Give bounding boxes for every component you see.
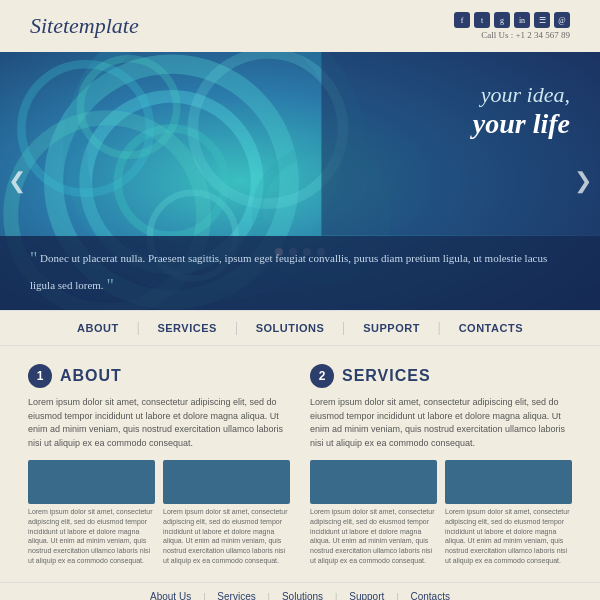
footer-nav-services[interactable]: Services bbox=[205, 591, 267, 600]
hero-section: your idea, your life " Donec ut placerat… bbox=[0, 52, 600, 310]
main-content: 1 ABOUT Lorem ipsum dolor sit amet, cons… bbox=[0, 346, 600, 582]
call-us-text: Call Us : +1 2 34 567 89 bbox=[481, 30, 570, 40]
about-thumb-img-2 bbox=[163, 460, 290, 504]
about-thumb-2: Lorem ipsum dolor sit amet, consectetur … bbox=[163, 460, 290, 566]
nav-item-solutions[interactable]: SOLUTIONS bbox=[238, 322, 343, 334]
social-icon-google[interactable]: g bbox=[494, 12, 510, 28]
footer-nav-about[interactable]: About Us bbox=[138, 591, 203, 600]
nav-item-services[interactable]: SERVICES bbox=[139, 322, 234, 334]
about-thumb-img-1 bbox=[28, 460, 155, 504]
social-icon-email[interactable]: @ bbox=[554, 12, 570, 28]
hero-line2: your life bbox=[473, 108, 570, 140]
site-header: Sitetemplate f t g in ☰ @ Call Us : +1 2… bbox=[0, 0, 600, 52]
services-thumb-text-1: Lorem ipsum dolor sit amet, consectetur … bbox=[310, 507, 437, 566]
about-body: Lorem ipsum dolor sit amet, consectetur … bbox=[28, 396, 290, 450]
about-title: ABOUT bbox=[60, 367, 122, 385]
header-right: f t g in ☰ @ Call Us : +1 2 34 567 89 bbox=[454, 12, 570, 40]
about-section: 1 ABOUT Lorem ipsum dolor sit amet, cons… bbox=[28, 364, 290, 572]
nav-item-support[interactable]: SUPPORT bbox=[345, 322, 438, 334]
hero-text: your idea, your life bbox=[473, 82, 570, 140]
nav-item-contacts[interactable]: CONTACTS bbox=[441, 322, 541, 334]
social-icon-facebook[interactable]: f bbox=[454, 12, 470, 28]
services-thumbs: Lorem ipsum dolor sit amet, consectetur … bbox=[310, 460, 572, 566]
svg-rect-11 bbox=[321, 52, 600, 236]
about-heading: 1 ABOUT bbox=[28, 364, 290, 388]
services-thumb-img-1 bbox=[310, 460, 437, 504]
about-thumbs: Lorem ipsum dolor sit amet, consectetur … bbox=[28, 460, 290, 566]
services-thumb-text-2: Lorem ipsum dolor sit amet, consectetur … bbox=[445, 507, 572, 566]
quote-mark-open: " bbox=[30, 249, 37, 269]
hero-quote: " Donec ut placerat nulla. Praesent sagi… bbox=[0, 236, 600, 310]
services-body: Lorem ipsum dolor sit amet, consectetur … bbox=[310, 396, 572, 450]
footer-nav-solutions[interactable]: Solutions bbox=[270, 591, 335, 600]
about-number: 1 bbox=[28, 364, 52, 388]
footer-nav: About Us | Services | Solutions | Suppor… bbox=[0, 582, 600, 600]
about-thumb-1: Lorem ipsum dolor sit amet, consectetur … bbox=[28, 460, 155, 566]
social-icon-rss[interactable]: ☰ bbox=[534, 12, 550, 28]
footer-nav-contacts[interactable]: Contacts bbox=[399, 591, 462, 600]
hero-next-button[interactable]: ❯ bbox=[574, 168, 592, 194]
services-title: SERVICES bbox=[342, 367, 431, 385]
services-number: 2 bbox=[310, 364, 334, 388]
footer-nav-support[interactable]: Support bbox=[337, 591, 396, 600]
main-nav: ABOUT | SERVICES | SOLUTIONS | SUPPORT |… bbox=[0, 310, 600, 346]
social-icon-linkedin[interactable]: in bbox=[514, 12, 530, 28]
quote-mark-close: " bbox=[106, 276, 113, 296]
services-section: 2 SERVICES Lorem ipsum dolor sit amet, c… bbox=[310, 364, 572, 572]
services-thumb-img-2 bbox=[445, 460, 572, 504]
about-thumb-text-1: Lorem ipsum dolor sit amet, consectetur … bbox=[28, 507, 155, 566]
nav-item-about[interactable]: ABOUT bbox=[59, 322, 137, 334]
site-logo: Sitetemplate bbox=[30, 13, 139, 39]
social-icon-twitter[interactable]: t bbox=[474, 12, 490, 28]
hero-line1: your idea, bbox=[473, 82, 570, 108]
services-thumb-1: Lorem ipsum dolor sit amet, consectetur … bbox=[310, 460, 437, 566]
social-icons-row: f t g in ☰ @ bbox=[454, 12, 570, 28]
hero-prev-button[interactable]: ❮ bbox=[8, 168, 26, 194]
services-thumb-2: Lorem ipsum dolor sit amet, consectetur … bbox=[445, 460, 572, 566]
about-thumb-text-2: Lorem ipsum dolor sit amet, consectetur … bbox=[163, 507, 290, 566]
services-heading: 2 SERVICES bbox=[310, 364, 572, 388]
